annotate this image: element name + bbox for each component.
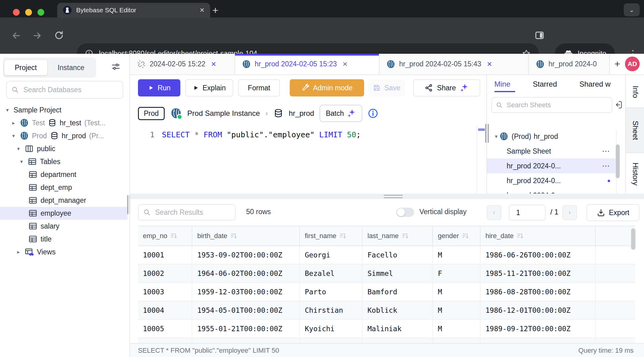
next-page-button[interactable]: ›	[562, 205, 577, 220]
close-window-button[interactable]	[13, 9, 20, 16]
cell-last-name[interactable]: Preusig	[363, 338, 433, 343]
new-sheet-button[interactable]: +	[610, 54, 625, 74]
cell-last-name[interactable]: Koblick	[363, 301, 433, 319]
sheet-search-input[interactable]	[506, 101, 608, 109]
results-search-input[interactable]	[155, 208, 231, 217]
new-tab-button[interactable]: +	[208, 3, 222, 17]
tab-sheet[interactable]: Sheet	[626, 108, 644, 153]
cell-birth-date[interactable]: 1955-01-21T00:00:00Z	[192, 320, 300, 338]
export-button[interactable]: Export	[587, 204, 639, 221]
cell-birth-date[interactable]: 1964-06-02T00:00:00Z	[192, 265, 300, 282]
cell-first-name[interactable]: Parto	[300, 283, 363, 301]
batch-button[interactable]: Batch	[320, 105, 362, 122]
sheet-tab-hr-prod-2024-02-05-15-23[interactable]: hr_prod 2024-02-05 15:23✕	[235, 54, 379, 74]
cell-gender[interactable]: F	[433, 265, 481, 282]
cell-emp-no[interactable]: 10006	[138, 338, 192, 343]
collapse-panel-icon[interactable]	[614, 100, 623, 109]
tree-item-tables[interactable]: ▾Tables	[0, 155, 128, 168]
more-icon[interactable]: ⋯	[602, 161, 611, 171]
info-icon[interactable]	[368, 108, 378, 119]
cell-first-name[interactable]: Chirstian	[300, 301, 363, 319]
sheet-group-hr-prod[interactable]: ▾(Prod)hr_prod	[487, 129, 615, 144]
cell-hire-date[interactable]: 1989-09-12T00:00:00Z	[481, 320, 596, 338]
tree-item-views[interactable]: ▸Views	[0, 245, 128, 258]
column-header-first-name[interactable]: first_name	[300, 226, 363, 245]
cell-emp-no[interactable]: 10005	[138, 320, 192, 338]
tree-item-salary[interactable]: salary	[0, 220, 128, 233]
tab-starred[interactable]: Starred	[533, 74, 557, 94]
save-button[interactable]: Save	[368, 79, 405, 96]
tree-item-dept-emp[interactable]: dept_emp	[0, 181, 128, 194]
cell-last-name[interactable]: Bamford	[363, 283, 433, 301]
more-icon[interactable]: ⋯	[602, 147, 611, 156]
prev-page-button[interactable]: ‹	[487, 205, 501, 220]
cell-birth-date[interactable]: 1953-09-02T00:00:00Z	[192, 246, 300, 264]
forward-icon[interactable]	[32, 30, 42, 41]
admin-mode-button[interactable]: Admin mode	[290, 79, 364, 96]
tree-item-employee[interactable]: employee	[0, 207, 128, 220]
tab-search-chevron-button[interactable]: ⌄	[624, 3, 640, 16]
column-header-birth-date[interactable]: birth_date	[192, 226, 300, 245]
cell-gender[interactable]: M	[433, 301, 481, 319]
column-header-hire-date[interactable]: hire_date	[481, 226, 596, 245]
sheet-item-hr-prod-2024-0[interactable]: hr_prod 2024-0...●	[487, 173, 615, 188]
reload-icon[interactable]	[54, 30, 64, 40]
user-avatar[interactable]: AD	[625, 57, 640, 71]
cell-gender[interactable]: M	[433, 246, 481, 264]
cell-gender[interactable]: F	[433, 338, 481, 343]
sheet-item-hr-prod-2024-0[interactable]: hr_prod 2024-0●	[487, 188, 615, 194]
database-search[interactable]	[6, 81, 123, 99]
maximize-window-button[interactable]	[37, 9, 44, 16]
tree-item-prod-hr-prod-pr[interactable]: ▾Prodhr_prod(Pr...	[0, 129, 128, 142]
caret-down-icon[interactable]: ▾	[10, 133, 17, 139]
browser-tab[interactable]: Bytebase SQL Editor ✕	[57, 3, 210, 18]
column-header-emp-no[interactable]: emp_no	[138, 226, 192, 245]
column-header-last-name[interactable]: last_name	[363, 226, 433, 245]
close-sheet-icon[interactable]: ✕	[487, 61, 492, 68]
instance-name[interactable]: Prod Sample Instance	[187, 109, 260, 118]
share-button[interactable]: Share	[413, 79, 480, 96]
tree-item-sample-project[interactable]: ▾Sample Project	[0, 104, 128, 116]
caret-down-icon[interactable]: ▾	[18, 159, 25, 165]
sheet-item-hr-prod-2024-0[interactable]: hr_prod 2024-0...⋯	[487, 159, 615, 173]
explain-button[interactable]: Explain	[185, 79, 233, 96]
sheet-tab-hr-prod-2024-02-05-15-43[interactable]: hr_prod 2024-02-05 15:43✕	[379, 54, 529, 74]
cell-last-name[interactable]: Facello	[363, 246, 433, 264]
cell-last-name[interactable]: Simmel	[363, 265, 433, 282]
close-sheet-icon[interactable]: ✕	[342, 61, 348, 68]
cell-hire-date[interactable]: 1986-06-26T00:00:00Z	[481, 246, 596, 264]
sheet-search[interactable]	[491, 97, 612, 113]
back-icon[interactable]	[11, 30, 22, 41]
sheet-item-sample-sheet[interactable]: Sample Sheet⋯	[487, 144, 615, 159]
cell-emp-no[interactable]: 10003	[138, 283, 192, 301]
column-header-gender[interactable]: gender	[433, 226, 481, 245]
minimize-window-button[interactable]	[25, 9, 32, 16]
caret-down-icon[interactable]: ▾	[15, 146, 22, 152]
close-sheet-icon[interactable]: ✕	[211, 61, 217, 68]
sheet-tab-2024-02-05-15-22[interactable]: 2024-02-05 15:22✕	[130, 54, 235, 74]
cell-emp-no[interactable]: 10001	[138, 246, 192, 264]
tree-item-dept-manager[interactable]: dept_manager	[0, 194, 128, 207]
sql-editor[interactable]: 1 SELECT * FROM "public"."employee" LIMI…	[130, 125, 486, 194]
caret-right-icon[interactable]: ▸	[15, 249, 22, 255]
results-search[interactable]	[138, 204, 236, 221]
tree-item-department[interactable]: department	[0, 168, 128, 181]
cell-first-name[interactable]: Kyoichi	[300, 320, 363, 338]
vertical-display-toggle[interactable]	[396, 208, 414, 217]
filter-icon[interactable]	[111, 62, 121, 72]
cell-hire-date[interactable]: 1985-11-21T00:00:00Z	[481, 265, 596, 282]
tab-info[interactable]: Info	[626, 81, 644, 103]
tab-instance[interactable]: Instance	[47, 60, 95, 75]
cell-gender[interactable]: M	[433, 283, 481, 301]
cell-birth-date[interactable]: 1959-12-03T00:00:00Z	[192, 283, 300, 301]
page-input[interactable]	[509, 205, 546, 221]
table-scrollbar[interactable]	[631, 228, 635, 250]
cell-last-name[interactable]: Maliniak	[363, 320, 433, 338]
format-button[interactable]: Format	[238, 79, 280, 96]
splitter-drag-handle[interactable]	[384, 195, 403, 198]
cell-emp-no[interactable]: 10002	[138, 265, 192, 282]
environment-chip[interactable]: Prod	[138, 107, 165, 120]
tab-mine[interactable]: Mine	[494, 74, 510, 94]
side-panel-icon[interactable]	[535, 30, 544, 40]
cell-emp-no[interactable]: 10004	[138, 301, 192, 319]
